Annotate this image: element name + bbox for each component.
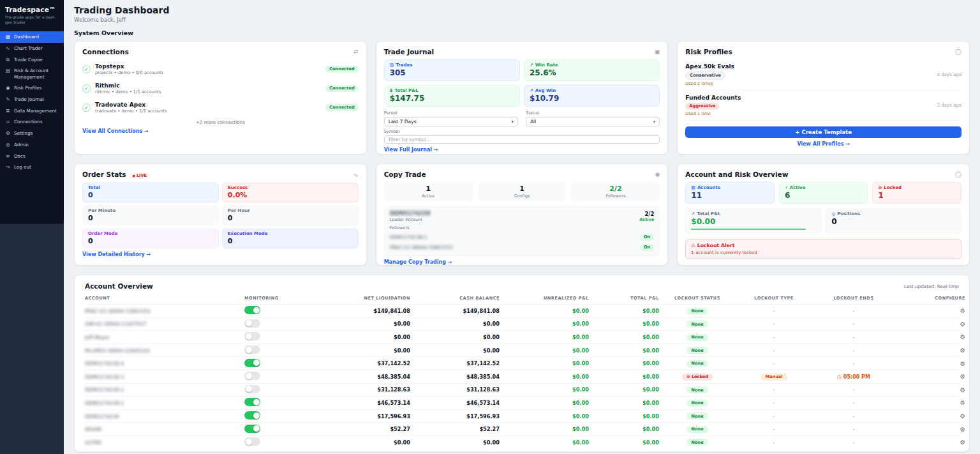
total-pnl-value: $0.00 <box>589 347 659 354</box>
gear-icon[interactable] <box>960 347 965 354</box>
monitoring-toggle[interactable] <box>244 437 260 446</box>
sidebar-item[interactable]: ✎ Trade Journal <box>0 94 64 105</box>
stat-label: Followers <box>572 193 658 199</box>
period-label: Period <box>384 110 518 116</box>
monitoring-toggle[interactable] <box>244 385 260 393</box>
stat-value: 0 <box>88 191 213 199</box>
unrealized-pnl-value: $0.00 <box>500 334 589 340</box>
lockout-alert-text: 1 account is currently locked <box>691 250 956 255</box>
sidebar-item[interactable]: ⚙ Settings <box>0 128 64 139</box>
bolt-icon: ⚡ <box>785 185 788 190</box>
account-overview-title: Account Overview <box>85 282 153 290</box>
monitoring-toggle[interactable] <box>244 319 260 328</box>
unrealized-pnl-value: $0.00 <box>500 347 589 354</box>
table-row: DEMO174238 $17,596.93 $17,596.93 $0.00 $… <box>85 409 959 423</box>
connection-row[interactable]: Tradovate Apex tradovate • demo • 1/1 ac… <box>82 98 359 117</box>
unrealized-pnl-value: $0.00 <box>500 439 589 446</box>
stat-value: 11 <box>691 191 769 200</box>
symbol-label: Symbol <box>384 129 660 134</box>
unrealized-pnl-value: $0.00 <box>500 386 589 393</box>
account-risk-stats: ▤Accounts 11 ⚡Active 6 ⊘Locked 1 <box>685 182 961 204</box>
cards-row-2: Order StatsLIVE ∿ Total 0 Success 0.0% <box>74 163 970 266</box>
gear-icon[interactable] <box>960 360 965 367</box>
stat-box: Success 0.0% <box>222 183 359 202</box>
app-logo: Tradespace™ <box>5 6 59 13</box>
monitoring-toggle[interactable] <box>244 425 260 433</box>
pnl-sparkline <box>691 229 805 230</box>
activity-icon: ∿ <box>353 172 359 178</box>
gear-icon[interactable] <box>960 439 965 446</box>
sidebar-item[interactable]: ∞ Connections <box>0 116 64 128</box>
sidebar-item[interactable]: ≣ Data Management <box>0 105 64 117</box>
check-circle-icon <box>82 84 91 93</box>
sidebar-item-label: Trade Copier <box>14 57 43 63</box>
stat-label: Trades <box>396 63 412 68</box>
sidebar-item[interactable]: ◎ Admin <box>0 139 64 151</box>
shield-icon: ◯ <box>955 171 961 178</box>
unrealized-pnl-value: $0.00 <box>500 426 589 432</box>
stat-box: Order Mode 0 <box>82 229 219 248</box>
total-pnl-value: $0.00 <box>589 426 659 432</box>
gear-icon[interactable] <box>960 412 965 420</box>
connection-row[interactable]: Topstepx projectx • demo • 0/0 accounts … <box>82 59 359 79</box>
cards-row-1: Connections ⇄ Topstepx projectx • demo •… <box>74 41 970 155</box>
cash-balance-value: $0.00 <box>410 334 500 340</box>
sidebar-item[interactable]: ▦ Dashboard <box>0 31 64 43</box>
gear-icon[interactable] <box>960 333 965 340</box>
stat-value: 0 <box>88 237 213 245</box>
sidebar-item[interactable]: ∿ Chart Trader <box>0 43 64 54</box>
view-full-journal-link[interactable]: View Full Journal → <box>384 147 438 153</box>
gear-icon[interactable] <box>960 399 965 406</box>
monitoring-toggle[interactable] <box>244 372 260 380</box>
gear-icon[interactable] <box>960 426 965 433</box>
dashboard-icon: ▦ <box>5 34 11 40</box>
profile-time: 3 days ago <box>937 72 961 77</box>
view-detailed-history-link[interactable]: View Detailed History → <box>82 252 151 257</box>
profile-name: Apex 50k Evals <box>685 63 734 70</box>
table-row: Jeff Moyer $0.00 $0.00 $0.00 $0.00 None … <box>85 330 959 344</box>
lockout-status-badge: None <box>687 308 708 315</box>
monitoring-toggle[interactable] <box>244 332 260 340</box>
connection-row[interactable]: Rithmic rithmic • demo • 1/1 accounts Co… <box>82 79 359 98</box>
stat-label: Per Minute <box>88 208 115 213</box>
cash-balance-value: $46,573.14 <box>410 400 500 406</box>
gear-icon[interactable] <box>960 386 965 393</box>
net-liquidation-value: $17,596.93 <box>315 413 410 420</box>
net-liquidation-value: $48,385.04 <box>315 374 410 380</box>
connection-status-badge: Connected <box>325 104 358 111</box>
monitoring-toggle[interactable] <box>244 359 260 367</box>
gear-icon[interactable] <box>960 373 965 380</box>
stat-value: 0.0% <box>228 191 353 199</box>
period-select[interactable]: Last 7 Days <box>384 117 518 126</box>
monitoring-toggle[interactable] <box>244 345 260 354</box>
status-select[interactable]: All <box>526 117 660 126</box>
account-name: DEMO174238-2 <box>85 400 124 406</box>
table-row: PA-APEX-38964-22845216 $0.00 $0.00 $0.00… <box>85 344 959 357</box>
lockout-status-badge: None <box>687 334 708 341</box>
create-template-button[interactable]: + Create Template <box>685 126 961 138</box>
risk-profile-row[interactable]: Funded Accounts Aggressive Used 1 time 3… <box>685 91 961 121</box>
leader-box: DEMO174238 Leader Account 2/2 Active Fol… <box>384 206 660 256</box>
manage-copy-trading-link[interactable]: Manage Copy Trading → <box>384 259 452 265</box>
sidebar-item[interactable]: ⧉ Trade Copier <box>0 54 64 66</box>
sidebar-item[interactable]: ≡ Docs <box>0 151 64 162</box>
table-row: WHAM $52.27 $52.27 $0.00 $0.00 None - - <box>85 422 959 435</box>
gear-icon[interactable] <box>960 321 965 328</box>
sidebar-item[interactable]: ▤ Risk & Account Management <box>0 65 64 82</box>
sidebar-item-label: Chart Trader <box>14 45 43 51</box>
symbol-filter-input[interactable] <box>384 135 660 144</box>
sidebar-item[interactable]: ◉ Risk Profiles <box>0 82 64 94</box>
monitoring-toggle[interactable] <box>244 411 260 420</box>
view-all-connections-link[interactable]: View All Connections → <box>82 128 149 134</box>
cash-balance-value: $48,385.04 <box>410 374 500 380</box>
stat-value: 0 <box>228 214 353 222</box>
connection-detail: rithmic • demo • 1/1 accounts <box>95 89 321 95</box>
view-all-profiles-link[interactable]: View All Profiles → <box>685 141 961 147</box>
table-header-row: Account Monitoring Net Liquidation Cash … <box>85 296 959 304</box>
risk-profile-row[interactable]: Apex 50k Evals Conservative Used 2 times… <box>685 59 961 91</box>
sidebar-item[interactable]: ↪ Log out <box>0 162 64 173</box>
monitoring-toggle[interactable] <box>244 398 260 406</box>
table-row: DEMO174238-3 $48,385.04 $48,385.04 $0.00… <box>85 370 959 383</box>
monitoring-toggle[interactable] <box>244 306 260 314</box>
gear-icon[interactable] <box>960 307 965 314</box>
